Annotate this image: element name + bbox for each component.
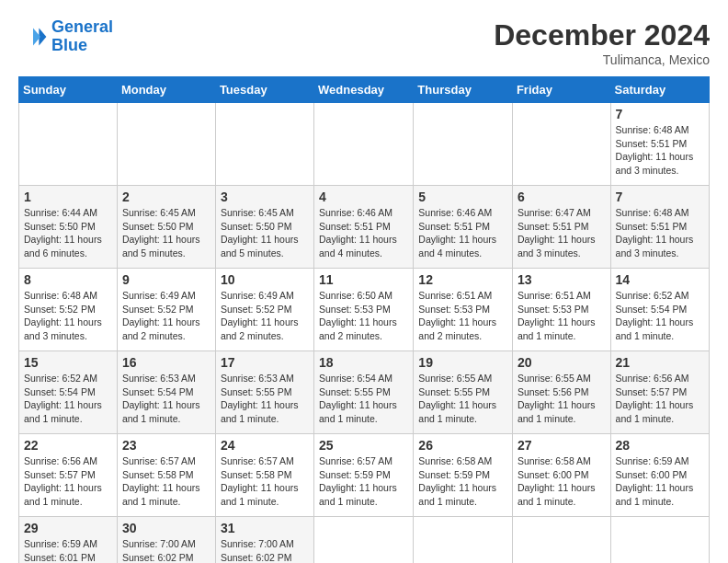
day-info: Sunrise: 6:46 AMSunset: 5:51 PMDaylight:… — [319, 206, 408, 260]
day-number: 11 — [319, 272, 408, 287]
col-header-friday: Friday — [512, 77, 610, 103]
day-number: 2 — [122, 190, 210, 204]
day-number: 20 — [518, 355, 606, 370]
day-info: Sunrise: 6:51 AMSunset: 5:53 PMDaylight:… — [418, 289, 507, 343]
col-header-tuesday: Tuesday — [215, 77, 313, 103]
day-info: Sunrise: 6:51 AMSunset: 5:53 PMDaylight:… — [518, 289, 606, 343]
calendar-cell: 23Sunrise: 6:57 AMSunset: 5:58 PMDayligh… — [117, 434, 215, 517]
day-number: 27 — [518, 438, 606, 453]
day-number: 30 — [122, 521, 210, 535]
calendar-table: SundayMondayTuesdayWednesdayThursdayFrid… — [18, 76, 710, 563]
day-number: 7 — [616, 107, 704, 121]
logo-icon — [18, 22, 48, 52]
day-number: 17 — [221, 355, 309, 370]
calendar-cell — [610, 517, 709, 564]
calendar-cell — [19, 103, 118, 186]
day-info: Sunrise: 6:48 AMSunset: 5:51 PMDaylight:… — [616, 123, 704, 178]
calendar-cell: 11Sunrise: 6:50 AMSunset: 5:53 PMDayligh… — [314, 269, 414, 351]
day-info: Sunrise: 6:58 AMSunset: 5:59 PMDaylight:… — [418, 454, 507, 509]
calendar-cell: 18Sunrise: 6:54 AMSunset: 5:55 PMDayligh… — [314, 351, 414, 434]
day-info: Sunrise: 6:52 AMSunset: 5:54 PMDaylight:… — [616, 289, 704, 343]
day-info: Sunrise: 6:45 AMSunset: 5:50 PMDaylight:… — [122, 206, 210, 260]
day-number: 18 — [319, 355, 408, 370]
day-number: 28 — [616, 438, 704, 453]
calendar-cell: 26Sunrise: 6:58 AMSunset: 5:59 PMDayligh… — [414, 434, 513, 517]
calendar-week-6: 29Sunrise: 6:59 AMSunset: 6:01 PMDayligh… — [19, 517, 710, 564]
day-number: 16 — [122, 355, 210, 370]
day-info: Sunrise: 6:44 AMSunset: 5:50 PMDaylight:… — [24, 206, 112, 260]
col-header-monday: Monday — [117, 77, 215, 103]
day-info: Sunrise: 6:48 AMSunset: 5:52 PMDaylight:… — [24, 289, 112, 343]
calendar-cell: 19Sunrise: 6:55 AMSunset: 5:55 PMDayligh… — [414, 351, 513, 434]
day-info: Sunrise: 6:47 AMSunset: 5:51 PMDaylight:… — [518, 206, 606, 260]
col-header-sunday: Sunday — [19, 77, 118, 103]
day-info: Sunrise: 6:58 AMSunset: 6:00 PMDaylight:… — [518, 454, 606, 509]
day-number: 31 — [221, 521, 309, 535]
calendar-cell: 5Sunrise: 6:46 AMSunset: 5:51 PMDaylight… — [414, 186, 513, 269]
calendar-cell: 6Sunrise: 6:47 AMSunset: 5:51 PMDaylight… — [512, 186, 610, 269]
calendar-cell: 29Sunrise: 6:59 AMSunset: 6:01 PMDayligh… — [19, 517, 118, 564]
calendar-cell: 4Sunrise: 6:46 AMSunset: 5:51 PMDaylight… — [314, 186, 414, 269]
calendar-week-1: 7Sunrise: 6:48 AMSunset: 5:51 PMDaylight… — [19, 103, 710, 186]
day-number: 6 — [518, 190, 606, 204]
day-number: 23 — [122, 438, 210, 453]
day-number: 8 — [24, 272, 112, 287]
day-info: Sunrise: 6:53 AMSunset: 5:55 PMDaylight:… — [221, 372, 309, 426]
calendar-cell: 27Sunrise: 6:58 AMSunset: 6:00 PMDayligh… — [512, 434, 610, 517]
day-info: Sunrise: 6:53 AMSunset: 5:54 PMDaylight:… — [122, 372, 210, 426]
month-title: December 2024 — [494, 18, 710, 52]
day-number: 4 — [319, 190, 408, 204]
calendar-cell: 10Sunrise: 6:49 AMSunset: 5:52 PMDayligh… — [215, 269, 313, 351]
day-number: 13 — [518, 272, 606, 287]
day-number: 5 — [418, 190, 507, 204]
calendar-cell — [117, 103, 215, 186]
calendar-cell — [314, 517, 414, 564]
day-number: 14 — [616, 272, 704, 287]
calendar-cell: 7Sunrise: 6:48 AMSunset: 5:51 PMDaylight… — [610, 103, 709, 186]
calendar-cell: 25Sunrise: 6:57 AMSunset: 5:59 PMDayligh… — [314, 434, 414, 517]
calendar-cell: 13Sunrise: 6:51 AMSunset: 5:53 PMDayligh… — [512, 269, 610, 351]
day-info: Sunrise: 7:00 AMSunset: 6:02 PMDaylight:… — [122, 537, 210, 563]
calendar-week-4: 15Sunrise: 6:52 AMSunset: 5:54 PMDayligh… — [19, 351, 710, 434]
calendar-cell — [314, 103, 414, 186]
day-number: 29 — [24, 521, 112, 535]
day-number: 19 — [418, 355, 507, 370]
day-number: 7 — [616, 190, 704, 204]
calendar-cell: 2Sunrise: 6:45 AMSunset: 5:50 PMDaylight… — [117, 186, 215, 269]
day-number: 21 — [616, 355, 704, 370]
location-subtitle: Tulimanca, Mexico — [494, 52, 710, 67]
calendar-cell: 14Sunrise: 6:52 AMSunset: 5:54 PMDayligh… — [610, 269, 709, 351]
calendar-week-3: 8Sunrise: 6:48 AMSunset: 5:52 PMDaylight… — [19, 269, 710, 351]
calendar-cell: 7Sunrise: 6:48 AMSunset: 5:51 PMDaylight… — [610, 186, 709, 269]
day-number: 1 — [24, 190, 112, 204]
calendar-cell: 15Sunrise: 6:52 AMSunset: 5:54 PMDayligh… — [19, 351, 118, 434]
calendar-cell — [512, 517, 610, 564]
calendar-cell: 24Sunrise: 6:57 AMSunset: 5:58 PMDayligh… — [215, 434, 313, 517]
day-number: 24 — [221, 438, 309, 453]
day-info: Sunrise: 6:57 AMSunset: 5:58 PMDaylight:… — [221, 454, 309, 509]
day-info: Sunrise: 6:48 AMSunset: 5:51 PMDaylight:… — [616, 206, 704, 260]
day-info: Sunrise: 6:49 AMSunset: 5:52 PMDaylight:… — [122, 289, 210, 343]
day-info: Sunrise: 6:56 AMSunset: 5:57 PMDaylight:… — [24, 454, 112, 509]
title-block: December 2024 Tulimanca, Mexico — [494, 18, 710, 67]
calendar-cell: 31Sunrise: 7:00 AMSunset: 6:02 PMDayligh… — [215, 517, 313, 564]
day-number: 10 — [221, 272, 309, 287]
logo-text: General Blue — [51, 18, 113, 55]
day-info: Sunrise: 6:49 AMSunset: 5:52 PMDaylight:… — [221, 289, 309, 343]
calendar-cell: 21Sunrise: 6:56 AMSunset: 5:57 PMDayligh… — [610, 351, 709, 434]
calendar-cell: 30Sunrise: 7:00 AMSunset: 6:02 PMDayligh… — [117, 517, 215, 564]
calendar-cell — [215, 103, 313, 186]
page-header: General Blue December 2024 Tulimanca, Me… — [18, 18, 710, 67]
day-number: 9 — [122, 272, 210, 287]
col-header-thursday: Thursday — [414, 77, 513, 103]
calendar-cell: 28Sunrise: 6:59 AMSunset: 6:00 PMDayligh… — [610, 434, 709, 517]
calendar-cell: 16Sunrise: 6:53 AMSunset: 5:54 PMDayligh… — [117, 351, 215, 434]
day-info: Sunrise: 6:54 AMSunset: 5:55 PMDaylight:… — [319, 372, 408, 426]
day-number: 3 — [221, 190, 309, 204]
calendar-cell: 17Sunrise: 6:53 AMSunset: 5:55 PMDayligh… — [215, 351, 313, 434]
calendar-cell: 12Sunrise: 6:51 AMSunset: 5:53 PMDayligh… — [414, 269, 513, 351]
day-info: Sunrise: 6:59 AMSunset: 6:00 PMDaylight:… — [616, 454, 704, 509]
calendar-week-2: 1Sunrise: 6:44 AMSunset: 5:50 PMDaylight… — [19, 186, 710, 269]
day-number: 22 — [24, 438, 112, 453]
calendar-cell: 1Sunrise: 6:44 AMSunset: 5:50 PMDaylight… — [19, 186, 118, 269]
